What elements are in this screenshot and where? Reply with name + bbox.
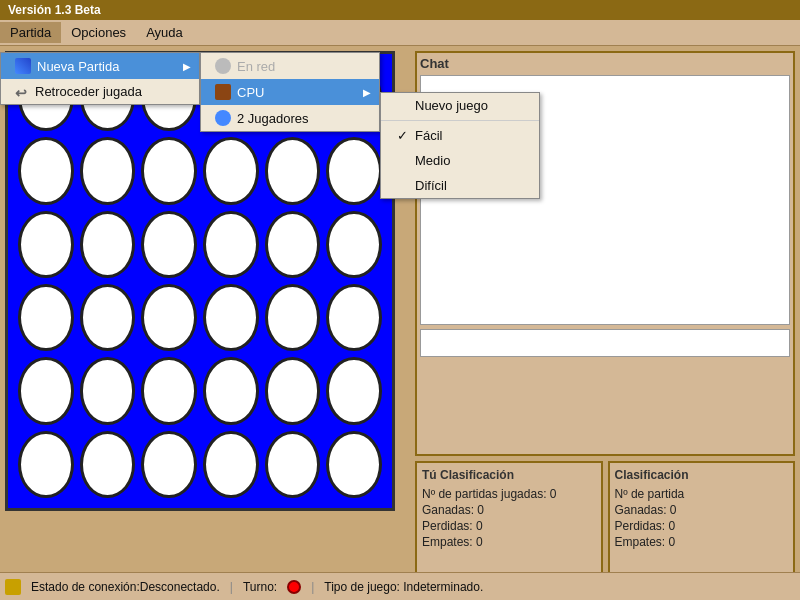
stats-tu-title: Tú Clasificación	[422, 468, 596, 482]
stats-tu-partidas: Nº de partidas jugadas: 0	[422, 487, 596, 501]
cell-5-2[interactable]	[141, 431, 197, 498]
cell-3-4[interactable]	[265, 284, 321, 351]
cell-4-2[interactable]	[141, 357, 197, 424]
dropdown-nueva-partida: En red CPU ▶ 2 Jugadores	[200, 52, 380, 132]
cell-4-1[interactable]	[80, 357, 136, 424]
menu-item-medio[interactable]: Medio	[381, 148, 539, 173]
menu-item-2jugadores[interactable]: 2 Jugadores	[201, 105, 379, 131]
cell-3-3[interactable]	[203, 284, 259, 351]
dropdown-cpu: Nuevo juego ✓ Fácil Medio Difícil	[380, 92, 540, 199]
menu-item-cpu[interactable]: CPU ▶	[201, 79, 379, 105]
cell-2-5[interactable]	[326, 211, 382, 278]
stats-cpu-title: Clasificación	[615, 468, 789, 482]
status-bar: Estado de conexión:Desconectado. | Turno…	[0, 572, 800, 600]
cell-5-4[interactable]	[265, 431, 321, 498]
menu-bar: Partida Opciones Ayuda	[0, 20, 800, 46]
stats-area: Tú Clasificación Nº de partidas jugadas:…	[415, 461, 795, 581]
connection-status: Estado de conexión:Desconectado.	[31, 580, 220, 594]
en-red-icon	[215, 58, 231, 74]
cell-5-0[interactable]	[18, 431, 74, 498]
turno-icon	[287, 580, 301, 594]
cell-1-5[interactable]	[326, 137, 382, 204]
2jugadores-icon	[215, 110, 231, 126]
cell-1-0[interactable]	[18, 137, 74, 204]
cpu-icon	[215, 84, 231, 100]
cell-2-0[interactable]	[18, 211, 74, 278]
menu-item-facil[interactable]: ✓ Fácil	[381, 123, 539, 148]
menu-opciones[interactable]: Opciones	[61, 22, 136, 43]
cell-5-1[interactable]	[80, 431, 136, 498]
cell-1-3[interactable]	[203, 137, 259, 204]
turn-label: Turno:	[243, 580, 277, 594]
menu-item-dificil[interactable]: Difícil	[381, 173, 539, 198]
dropdown-partida: Nueva Partida ▶ ↩ Retroceder jugada	[0, 52, 200, 105]
cell-3-0[interactable]	[18, 284, 74, 351]
stats-cpu-partidas: Nº de partida	[615, 487, 789, 501]
cell-1-4[interactable]	[265, 137, 321, 204]
cell-2-1[interactable]	[80, 211, 136, 278]
menu-item-en-red: En red	[201, 53, 379, 79]
stats-tu-empates: Empates: 0	[422, 535, 596, 549]
cpu-menu-sep	[381, 120, 539, 121]
cell-3-2[interactable]	[141, 284, 197, 351]
cell-1-1[interactable]	[80, 137, 136, 204]
stats-cpu-ganadas: Ganadas: 0	[615, 503, 789, 517]
menu-item-nuevo-juego[interactable]: Nuevo juego	[381, 93, 539, 118]
cell-1-2[interactable]	[141, 137, 197, 204]
cell-3-1[interactable]	[80, 284, 136, 351]
cell-4-4[interactable]	[265, 357, 321, 424]
cell-4-0[interactable]	[18, 357, 74, 424]
cell-4-3[interactable]	[203, 357, 259, 424]
stats-tu-perdidas: Perdidas: 0	[422, 519, 596, 533]
connection-icon	[5, 579, 21, 595]
cell-2-4[interactable]	[265, 211, 321, 278]
game-type-label: Tipo de juego: Indeterminado.	[324, 580, 483, 594]
stats-cpu: Clasificación Nº de partida Ganadas: 0 P…	[608, 461, 796, 581]
cell-5-5[interactable]	[326, 431, 382, 498]
stats-tu: Tú Clasificación Nº de partidas jugadas:…	[415, 461, 603, 581]
cell-3-5[interactable]	[326, 284, 382, 351]
cell-4-5[interactable]	[326, 357, 382, 424]
cell-2-3[interactable]	[203, 211, 259, 278]
menu-item-retroceder[interactable]: ↩ Retroceder jugada	[1, 79, 199, 104]
stats-cpu-empates: Empates: 0	[615, 535, 789, 549]
chat-input[interactable]	[420, 329, 790, 357]
stats-tu-ganadas: Ganadas: 0	[422, 503, 596, 517]
app-title: Versión 1.3 Beta	[8, 3, 101, 17]
retroceder-icon: ↩	[15, 85, 29, 99]
nueva-partida-icon	[15, 58, 31, 74]
menu-partida[interactable]: Partida	[0, 22, 61, 43]
chat-title: Chat	[420, 56, 790, 71]
menu-item-nueva-partida[interactable]: Nueva Partida ▶	[1, 53, 199, 79]
menu-ayuda[interactable]: Ayuda	[136, 22, 193, 43]
cell-5-3[interactable]	[203, 431, 259, 498]
cell-2-2[interactable]	[141, 211, 197, 278]
title-bar: Versión 1.3 Beta	[0, 0, 800, 20]
stats-cpu-perdidas: Perdidas: 0	[615, 519, 789, 533]
